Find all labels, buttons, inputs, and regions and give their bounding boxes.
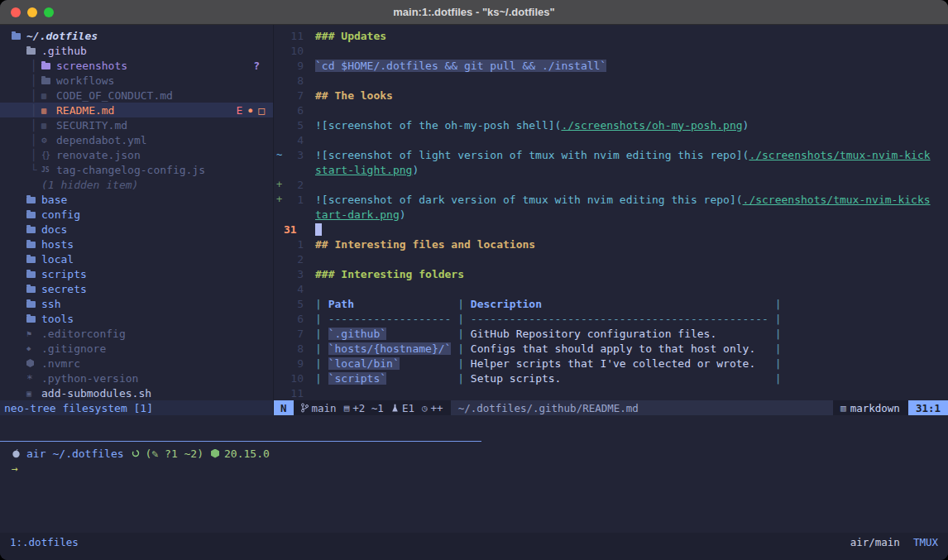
folder-icon — [26, 225, 41, 233]
editor-line[interactable]: start-light.png) — [274, 162, 948, 177]
tmux-badge: TMUX — [913, 536, 938, 548]
text-segment: ### Updates — [315, 30, 386, 42]
line-number: 7 — [284, 89, 304, 102]
editor-line[interactable]: +2 — [274, 177, 948, 192]
line-text: ![screenshot of dark version of tmux wit… — [315, 194, 931, 206]
markdown-icon: ▥ — [840, 403, 846, 414]
editor-line[interactable]: 9| `local/bin` | Helper scripts that I'v… — [274, 356, 948, 371]
tree-item-config[interactable]: config — [0, 207, 273, 222]
folder-open-icon — [26, 46, 41, 55]
editor-line[interactable]: 1## Interesting files and locations — [274, 237, 948, 251]
tree-item-tools[interactable]: tools — [0, 311, 273, 326]
text-segment: | — [315, 357, 328, 370]
editor-line[interactable]: 4 — [274, 281, 948, 296]
tree-item-github[interactable]: .github — [0, 43, 273, 58]
shell-pane[interactable]: air ~/.dotfiles (✎ ?1 ~2) 20.15.0 → — [0, 442, 948, 533]
tree-item-nvmrc[interactable]: .nvmrc — [0, 356, 273, 371]
gutter-sign: + — [274, 194, 284, 205]
close-button[interactable] — [11, 7, 21, 17]
editor-line[interactable]: 11### Updates — [274, 28, 948, 43]
tree-item-dotfiles[interactable]: ~/.dotfiles — [0, 28, 273, 43]
line-number: 6 — [284, 104, 304, 117]
tree-item-code-of-conduct-md[interactable]: │▥CODE_OF_CONDUCT.md — [0, 88, 273, 103]
line-number: 9 — [284, 357, 304, 370]
window-title: main:1:.dotfiles - "ks~/.dotfiles" — [0, 6, 948, 18]
tree-item-secrets[interactable]: secrets — [0, 281, 273, 296]
zoom-button[interactable] — [44, 7, 54, 17]
line-number: 8 — [284, 74, 304, 87]
tree-item-label: .python-version — [41, 372, 138, 385]
tree-item-workflows[interactable]: │workflows — [0, 73, 273, 88]
folder-icon — [41, 61, 56, 69]
indent-guide: │ — [26, 119, 41, 132]
tree-item-label: SECURITY.md — [56, 119, 127, 132]
text-segment: ## Interesting files and locations — [315, 238, 535, 251]
flask-icon — [391, 404, 399, 413]
tree-item-add-submodules-sh[interactable]: ▣add-submodules.sh — [0, 385, 273, 400]
minimize-button[interactable] — [27, 7, 37, 17]
editor-line[interactable]: 10 — [274, 43, 948, 58]
tree-item-renovate-json[interactable]: │{}renovate.json — [0, 147, 273, 162]
editor-line[interactable]: 3### Interesting folders — [274, 266, 948, 281]
tree-item-tag-changelog-config-js[interactable]: └JStag-changelog-config.js — [0, 162, 273, 177]
editor-line[interactable]: 8 — [274, 73, 948, 88]
tree-item-scripts[interactable]: scripts — [0, 266, 273, 281]
editor-line[interactable]: 6 — [274, 103, 948, 117]
prompt-git-status: (✎ ?1 ~2) — [146, 448, 203, 460]
editor-line[interactable]: 2 — [274, 251, 948, 266]
line-number: 6 — [284, 313, 304, 325]
tree-item-hosts[interactable]: hosts — [0, 237, 273, 251]
line-text: ![screenshot of the oh-my-posh shell](./… — [315, 119, 749, 132]
editor-line[interactable]: 5| Path | Description | — [274, 296, 948, 311]
tree-item-local[interactable]: local — [0, 251, 273, 266]
shell-input-line[interactable]: → — [0, 461, 948, 476]
markdown-link: ./screenshots/tmux-nvim-kicks — [743, 194, 931, 206]
diamond-icon: ◆ — [26, 344, 41, 352]
text-segment — [354, 298, 457, 310]
tree-item-base[interactable]: base — [0, 192, 273, 207]
tree-item-label: (1 hidden item) — [41, 179, 138, 191]
text-segment: `local/bin` — [328, 357, 400, 370]
tree-item-docs[interactable]: docs — [0, 222, 273, 237]
text-segment: | — [457, 298, 471, 310]
editor-line[interactable]: 31 — [274, 222, 948, 237]
tree-item-screenshots[interactable]: │screenshots? — [0, 58, 273, 73]
editor-line[interactable]: 4 — [274, 132, 948, 147]
editor-buffer: 11### Updates 10 9`cd $HOME/.dotfiles &&… — [274, 25, 948, 400]
tree-item-security-md[interactable]: │▥SECURITY.md — [0, 117, 273, 132]
editor-line[interactable]: 10| `scripts` | Setup scripts. | — [274, 371, 948, 385]
apple-icon — [12, 448, 21, 458]
indent-guide: │ — [26, 60, 41, 72]
tree-item-ssh[interactable]: ssh — [0, 296, 273, 311]
indent-guide: │ — [26, 149, 41, 161]
line-text: ![screenshot of light version of tmux wi… — [315, 149, 931, 161]
editor-line[interactable]: tart-dark.png) — [274, 207, 948, 222]
tree-item-gitignore[interactable]: ◆.gitignore — [0, 341, 273, 356]
titlebar: main:1:.dotfiles - "ks~/.dotfiles" — [0, 0, 948, 25]
line-number: 31 — [284, 223, 304, 236]
editor-line[interactable]: 7| `.github` | GitHub Repository configu… — [274, 326, 948, 341]
line-number: 4 — [284, 283, 304, 295]
tree-item-1-hidden-item[interactable]: (1 hidden item) — [0, 177, 273, 192]
git-diff-counts: +2 ~1 — [352, 402, 384, 414]
editor-line[interactable]: ~3![screenshot of light version of tmux … — [274, 147, 948, 162]
buffer-icon: ▤ — [344, 403, 350, 414]
editor-line[interactable]: 5![screenshot of the oh-my-posh shell](.… — [274, 117, 948, 132]
editor-line[interactable]: 11 — [274, 385, 948, 400]
editor-line[interactable]: 7## The looks — [274, 88, 948, 103]
tree-item-editorconfig[interactable]: ⚑.editorconfig — [0, 326, 273, 341]
tree-item-python-version[interactable]: *.python-version — [0, 371, 273, 385]
text-segment: | — [315, 342, 328, 355]
line-number: 1 — [284, 238, 304, 251]
tree-item-dependabot-yml[interactable]: │⚙dependabot.yml — [0, 132, 273, 147]
folder-icon — [26, 270, 41, 278]
editor-line[interactable]: 8| `hosts/{hostname}/` | Configs that sh… — [274, 341, 948, 356]
editor-line[interactable]: 6| ------------------- | ---------------… — [274, 311, 948, 326]
tmux-window-label[interactable]: 1:.dotfiles — [10, 536, 79, 548]
editor-line[interactable]: 9`cd $HOME/.dotfiles && git pull && ./in… — [274, 58, 948, 73]
editor-line[interactable]: +1![screenshot of dark version of tmux w… — [274, 192, 948, 207]
tree-item-readme-md[interactable]: │▥README.mdE●□ — [0, 103, 273, 117]
folder-icon — [26, 240, 41, 248]
text-segment: Path — [328, 298, 354, 310]
line-number: 1 — [284, 194, 304, 206]
